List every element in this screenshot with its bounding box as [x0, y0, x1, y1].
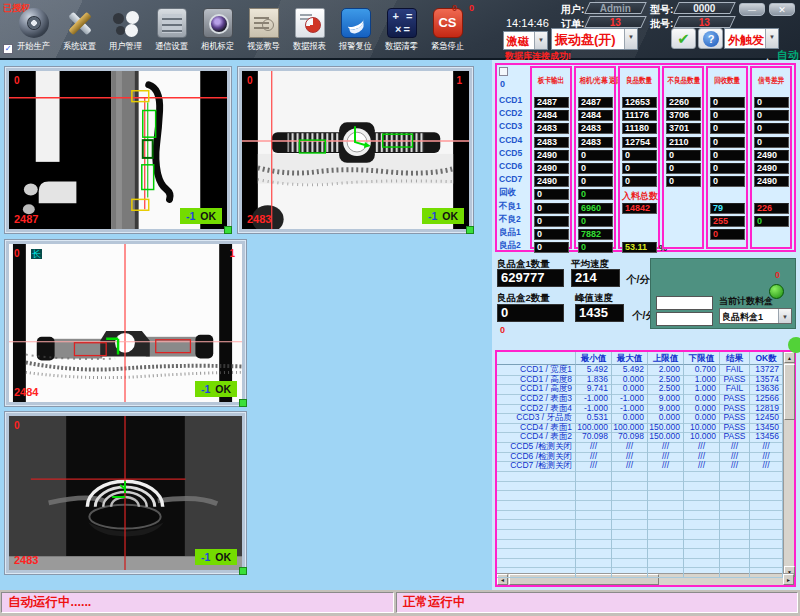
- result-cell: [684, 567, 720, 577]
- box2-zero-note: 0: [500, 325, 505, 335]
- chevron-down-icon[interactable]: [624, 29, 637, 49]
- result-cell: [576, 558, 612, 568]
- result-row-label: [497, 490, 576, 500]
- toolbar-button-1[interactable]: 开始生产: [11, 6, 56, 53]
- auto-spinner[interactable]: [766, 47, 775, 59]
- toolbar-button-8[interactable]: 报警复位: [333, 6, 378, 53]
- camera-count-label: 1: [456, 75, 462, 86]
- confirm-button[interactable]: [671, 28, 696, 49]
- value-box: 0: [754, 123, 789, 134]
- status-bar: 自动运行中...... 正常运行中: [0, 590, 800, 616]
- value-box: 2487: [534, 97, 569, 108]
- total-label: 入料总数: [622, 190, 658, 203]
- resize-grip[interactable]: [239, 399, 247, 407]
- toolbar-button-5[interactable]: 相机标定: [195, 6, 240, 53]
- camera-panel-1[interactable]: 0 2487 -1OK: [4, 66, 232, 234]
- value-box: 0: [754, 110, 789, 121]
- chevron-down-icon[interactable]: [534, 32, 547, 49]
- row-divider: [497, 577, 783, 578]
- result-cell: [612, 519, 648, 529]
- resize-grip[interactable]: [224, 226, 232, 234]
- result-cell: FAIL: [720, 365, 750, 375]
- box1-count-value: 629777: [497, 269, 564, 287]
- toolbar-button-2[interactable]: 系统设置: [57, 6, 102, 53]
- result-cell: 0.000: [612, 413, 648, 423]
- close-button[interactable]: [769, 3, 795, 16]
- result-cell: 10.000: [684, 432, 720, 442]
- result-cell: [750, 471, 783, 481]
- result-cell: 9.741: [576, 384, 612, 394]
- result-cell: 13574: [750, 375, 783, 385]
- result-cell: [750, 519, 783, 529]
- estop-count-right: 0: [469, 3, 474, 13]
- help-button[interactable]: [698, 28, 723, 49]
- result-row-label: [497, 567, 576, 577]
- minimize-button[interactable]: [739, 3, 765, 16]
- result-cell: 0.000: [612, 384, 648, 394]
- estop-count-left: 0: [452, 3, 457, 13]
- result-cell: ///: [576, 442, 612, 452]
- table-checkbox[interactable]: [499, 67, 508, 76]
- value-box: 0: [754, 137, 789, 148]
- scroll-up-icon[interactable]: [784, 352, 795, 363]
- box-select[interactable]: 良品料盒1: [719, 308, 792, 324]
- counter-input-2[interactable]: [656, 312, 713, 326]
- toolbar-button-7[interactable]: 数据报表: [287, 6, 332, 53]
- result-row-label: CCD5 /检测关闭: [497, 442, 576, 452]
- magnet-combo[interactable]: 激磁: [503, 31, 548, 50]
- camera-count-label: 0: [14, 420, 20, 431]
- toolbar-button-label: 通信设置: [151, 40, 192, 53]
- toolbar-button-9[interactable]: 数据清零: [379, 6, 424, 53]
- scroll-right-icon[interactable]: [783, 574, 794, 585]
- result-row-label: CCD1 / 宽度1: [497, 365, 576, 375]
- chevron-down-icon[interactable]: [778, 309, 791, 323]
- result-cell: [750, 510, 783, 520]
- camera-panel-3[interactable]: 0 1 长 2484 -1OK: [4, 239, 247, 407]
- result-cell: [576, 548, 612, 558]
- counter-input-1[interactable]: [656, 296, 713, 310]
- toolbar-button-label: 相机标定: [197, 40, 238, 53]
- toolbar-button-4[interactable]: 通信设置: [149, 6, 194, 53]
- toolbar-buttons: 开始生产系统设置用户管理通信设置相机标定视觉教导数据报表报警复位数据清零CS紧急…: [11, 6, 471, 53]
- row-label: 不良1: [499, 201, 521, 213]
- result-row-label: [497, 558, 576, 568]
- resize-grip[interactable]: [466, 226, 474, 234]
- value-box: 0: [534, 216, 569, 227]
- result-badge: -1OK: [422, 208, 464, 224]
- result-row-label: [497, 539, 576, 549]
- result-cell: 150.000: [648, 423, 684, 433]
- main-area: 0 2487 -1OK: [0, 60, 800, 590]
- row-label: 良品2: [499, 240, 521, 252]
- vision-icon: [249, 8, 279, 38]
- vertical-scrollbar[interactable]: [783, 352, 794, 577]
- result-cell: [720, 558, 750, 568]
- camera-panel-4[interactable]: 0 2483 -1OK: [4, 411, 247, 575]
- result-cell: PASS: [720, 394, 750, 404]
- result-cell: ///: [684, 442, 720, 452]
- result-cell: PASS: [720, 404, 750, 414]
- result-cell: [612, 490, 648, 500]
- column-header: 回收数量: [711, 75, 742, 86]
- chevron-down-icon[interactable]: [765, 29, 778, 48]
- camera-panel-2[interactable]: 0 1 2483 -1OK: [237, 66, 474, 234]
- trigger-combo[interactable]: 外触发: [724, 28, 779, 49]
- result-cell: 13456: [750, 432, 783, 442]
- result-cell: 0.000: [684, 413, 720, 423]
- result-cell: -1.000: [576, 394, 612, 404]
- resize-grip[interactable]: [239, 567, 247, 575]
- result-row-label: [497, 500, 576, 510]
- result-cell: ///: [684, 452, 720, 462]
- result-cell: [720, 529, 750, 539]
- result-header: OK数: [750, 352, 783, 365]
- toolbar-button-10[interactable]: CS紧急停止: [425, 6, 470, 53]
- result-cell: ///: [648, 452, 684, 462]
- toolbar-button-6[interactable]: 视觉教导: [241, 6, 286, 53]
- result-cell: [684, 471, 720, 481]
- toolbar-button-3[interactable]: 用户管理: [103, 6, 148, 53]
- vibrator-combo[interactable]: 振动盘(开): [551, 28, 638, 50]
- result-cell: [684, 481, 720, 491]
- result-cell: [576, 481, 612, 491]
- app-window: 已授权 ✓ 开始生产系统设置用户管理通信设置相机标定视觉教导数据报表报警复位数据…: [0, 0, 800, 616]
- scrollbar-thumb[interactable]: [784, 364, 795, 420]
- value-box: 2490: [754, 176, 789, 187]
